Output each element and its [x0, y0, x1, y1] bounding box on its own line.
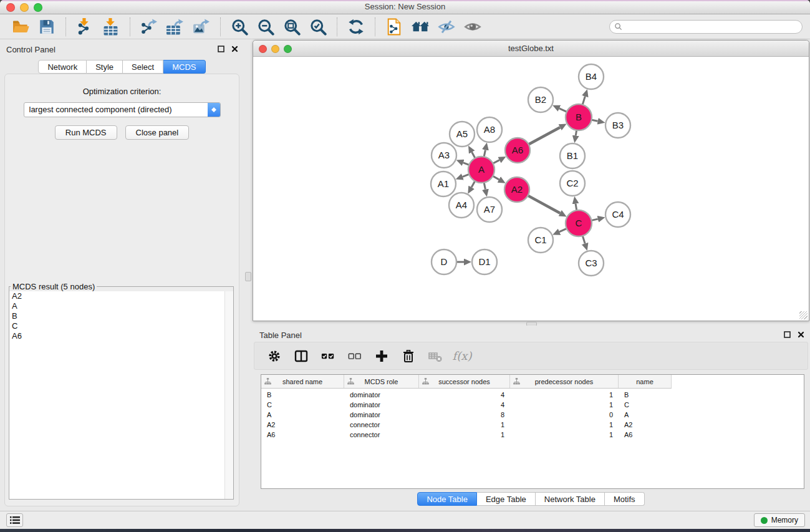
node-B4[interactable]: B4: [579, 64, 604, 89]
result-item[interactable]: A: [9, 301, 233, 311]
node-C2[interactable]: C2: [560, 171, 585, 196]
minimize-window-icon[interactable]: [20, 3, 29, 12]
deselect-all-columns-button[interactable]: [344, 345, 366, 367]
node-A1[interactable]: A1: [431, 172, 456, 196]
zoom-fit-button[interactable]: [279, 16, 305, 37]
node-B2[interactable]: B2: [528, 87, 553, 112]
import-network-button[interactable]: [72, 16, 98, 37]
result-item[interactable]: A2: [9, 291, 233, 301]
splitter-handle[interactable]: [245, 272, 251, 281]
zoom-selected-button[interactable]: [305, 16, 331, 37]
maximize-window-icon[interactable]: [34, 3, 42, 12]
import-table-button[interactable]: [98, 16, 124, 37]
node-A8[interactable]: A8: [477, 117, 502, 142]
export-network-button[interactable]: [136, 16, 162, 37]
minimize-network-icon[interactable]: [271, 45, 279, 53]
node-label: A3: [438, 150, 450, 160]
float-panel-icon[interactable]: [784, 331, 791, 338]
add-column-button[interactable]: [370, 345, 393, 367]
refresh-button[interactable]: [343, 16, 369, 37]
node-D[interactable]: D: [432, 249, 456, 274]
task-history-button[interactable]: [6, 513, 23, 527]
node-A4[interactable]: A4: [449, 193, 474, 218]
delete-column-button[interactable]: [397, 345, 420, 367]
memory-button[interactable]: Memory: [754, 513, 805, 527]
save-session-button[interactable]: [34, 16, 60, 37]
node-A[interactable]: A: [468, 157, 494, 183]
tab-network-table[interactable]: Network Table: [536, 492, 605, 506]
control-panel-tabs: NetworkStyleSelectMCDS: [0, 60, 244, 74]
node-A3[interactable]: A3: [432, 143, 456, 168]
table-panel-header: Table Panel: [252, 326, 810, 342]
select-all-columns-button[interactable]: [317, 345, 339, 367]
table-row[interactable]: A6connector11A6: [261, 430, 804, 440]
vertical-splitter[interactable]: [244, 40, 252, 511]
tab-edge-table[interactable]: Edge Table: [477, 492, 536, 506]
edge-A2-C[interactable]: [527, 195, 560, 213]
result-item[interactable]: B: [9, 311, 233, 321]
split-columns-button[interactable]: [290, 345, 312, 367]
node-B3[interactable]: B3: [605, 113, 630, 138]
node-C[interactable]: C: [566, 210, 592, 236]
hierarchy-icon: [264, 378, 271, 386]
float-panel-icon[interactable]: [218, 46, 224, 52]
close-panel-button[interactable]: Close panel: [125, 125, 190, 140]
toolbar-separator: [375, 17, 375, 36]
close-network-icon[interactable]: [259, 45, 267, 53]
network-document-button[interactable]: [381, 16, 407, 37]
search-input[interactable]: [625, 21, 798, 32]
tab-select[interactable]: Select: [123, 60, 163, 74]
home-button[interactable]: [407, 16, 433, 37]
column-header-predecessor-nodes[interactable]: predecessor nodes: [510, 375, 619, 388]
table-row[interactable]: Cdominator41C: [261, 400, 804, 410]
column-header-name[interactable]: name: [619, 375, 672, 388]
node-C3[interactable]: C3: [579, 251, 604, 276]
node-B[interactable]: B: [566, 104, 592, 130]
network-canvas[interactable]: B4B2BB3A8A5A6A3B1AA1C2A2A4A7C4CC1C3DD1: [253, 57, 809, 321]
table-row[interactable]: Bdominator41B: [261, 390, 804, 400]
horizontal-splitter[interactable]: [252, 321, 810, 326]
export-image-button[interactable]: [188, 16, 215, 37]
node-B1[interactable]: B1: [560, 143, 585, 168]
node-A5[interactable]: A5: [450, 122, 475, 147]
close-panel-icon[interactable]: [798, 331, 804, 338]
close-panel-icon[interactable]: [231, 46, 238, 52]
export-table-button[interactable]: [162, 16, 188, 37]
result-item[interactable]: C: [9, 321, 233, 331]
zoom-out-button[interactable]: [253, 16, 279, 37]
column-header-MCDS-role[interactable]: MCDS role: [344, 375, 419, 388]
hide-visibility-button[interactable]: [433, 16, 460, 37]
hierarchy-icon: [422, 378, 429, 386]
resize-grip[interactable]: [799, 311, 808, 319]
maximize-network-icon[interactable]: [284, 45, 292, 53]
table-row[interactable]: A2connector11A2: [261, 420, 804, 430]
result-item[interactable]: A6: [9, 331, 233, 341]
tab-mcds[interactable]: MCDS: [163, 60, 205, 74]
tab-style[interactable]: Style: [87, 60, 123, 74]
show-visibility-button[interactable]: [460, 16, 486, 37]
main-toolbar: [0, 14, 810, 39]
tab-network[interactable]: Network: [38, 60, 87, 74]
search-box[interactable]: [609, 20, 803, 34]
hierarchy-icon: [513, 378, 520, 386]
node-A7[interactable]: A7: [477, 197, 502, 222]
table-row[interactable]: Adominator80A: [261, 410, 804, 420]
node-A2[interactable]: A2: [504, 177, 529, 202]
column-header-successor-nodes[interactable]: successor nodes: [419, 375, 510, 388]
settings-button[interactable]: [263, 345, 286, 367]
node-D1[interactable]: D1: [472, 249, 497, 274]
result-scrollbar[interactable]: [224, 291, 233, 499]
criterion-dropdown[interactable]: largest connected component (directed): [24, 102, 221, 117]
open-session-button[interactable]: [7, 16, 34, 37]
zoom-in-button[interactable]: [226, 16, 253, 37]
run-mcds-button[interactable]: Run MCDS: [55, 125, 117, 140]
node-C1[interactable]: C1: [528, 228, 553, 253]
tab-motifs[interactable]: Motifs: [605, 492, 645, 506]
edge-A6-B[interactable]: [528, 127, 560, 145]
node-A6[interactable]: A6: [505, 138, 530, 163]
close-window-icon[interactable]: [6, 3, 15, 12]
node-C4[interactable]: C4: [605, 202, 630, 227]
tab-node-table[interactable]: Node Table: [417, 492, 477, 506]
column-header-shared-name[interactable]: shared name: [261, 375, 344, 388]
network-canvas-wrap[interactable]: B4B2BB3A8A5A6A3B1AA1C2A2A4A7C4CC1C3DD1: [253, 57, 809, 321]
